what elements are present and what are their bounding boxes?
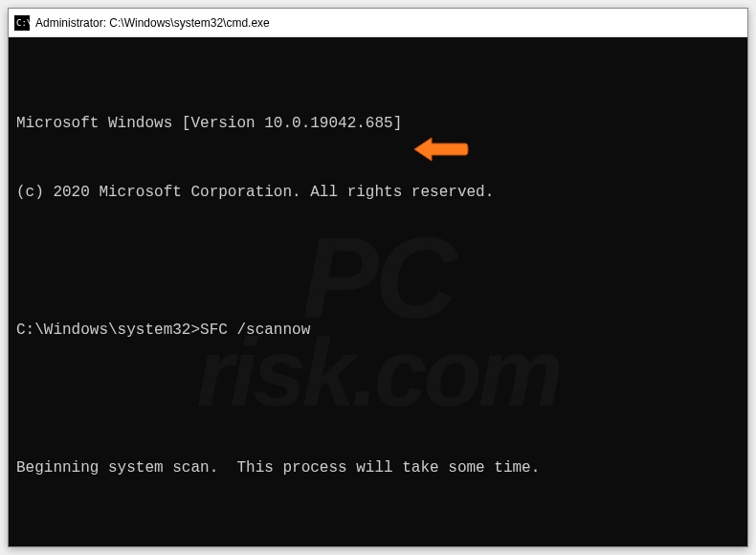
prompt-line-1: C:\Windows\system32>SFC /scannow (16, 319, 740, 342)
cmd-icon: C:\ (14, 15, 30, 31)
window-title: Administrator: C:\Windows\system32\cmd.e… (35, 16, 270, 30)
cmd-window: C:\ Administrator: C:\Windows\system32\c… (8, 8, 748, 547)
prompt-prefix: C:\Windows\system32> (16, 322, 200, 339)
titlebar[interactable]: C:\ Administrator: C:\Windows\system32\c… (9, 9, 747, 37)
console-area[interactable]: PC risk.com Microsoft Windows [Version 1… (9, 37, 747, 546)
svg-text:C:\: C:\ (16, 18, 30, 28)
scan-begin-line: Beginning system scan. This process will… (16, 456, 740, 479)
version-line: Microsoft Windows [Version 10.0.19042.68… (16, 112, 740, 135)
command-entered: SFC /scannow (200, 322, 310, 339)
blank-line (16, 525, 740, 546)
blank-line (16, 250, 740, 273)
blank-line (16, 388, 740, 411)
copyright-line: (c) 2020 Microsoft Corporation. All righ… (16, 181, 740, 204)
